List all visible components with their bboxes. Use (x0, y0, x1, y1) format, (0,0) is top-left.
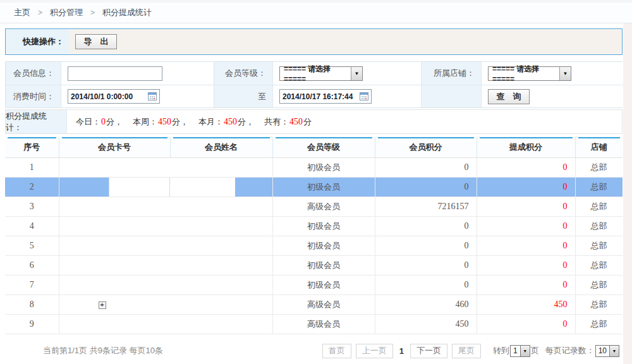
quick-ops-bar: 快捷操作： 导 出 (5, 28, 623, 55)
table-row[interactable]: 2初级会员00总部 (5, 177, 623, 197)
calendar-icon[interactable] (148, 92, 157, 100)
table-row[interactable]: 4初级会员00总部 (5, 216, 623, 236)
stat-month: 本月： 450 分， (198, 116, 254, 128)
stats-items: 今日： 0 分， 本周： 450 分， 本月： 450 分， 共有： 450 (67, 110, 312, 133)
stat-week: 本周： 450 分， (133, 116, 188, 128)
time-from-value: 2014/10/1 0:00:00 (71, 92, 133, 101)
chevron-down-icon[interactable]: ▼ (351, 67, 362, 80)
member-level-label: 会员等级： (214, 62, 272, 85)
next-page-button[interactable]: 下一页 (410, 344, 447, 358)
empty-filter-cell (421, 85, 481, 107)
table-row[interactable]: 9高级会员4500总部 (5, 314, 623, 334)
time-to-input[interactable]: 2014/10/17 16:17:44 (279, 89, 372, 104)
store-select[interactable]: ===== 请选择 ===== ▼ (488, 66, 571, 81)
stat-week-value: 450 (157, 117, 172, 127)
chevron-down-icon[interactable]: ▼ (609, 346, 619, 356)
stat-total-value: 450 (289, 117, 303, 127)
goto-label: 转到 (493, 345, 509, 356)
time-from-input[interactable]: 2014/10/1 0:00:00 (68, 89, 160, 104)
stat-today: 今日： 0 分， (76, 116, 123, 128)
store-cell: ===== 请选择 ===== ▼ (481, 62, 623, 85)
col-serial: 序号 (5, 137, 59, 157)
quick-ops-label: 快捷操作： (6, 29, 69, 54)
breadcrumb-current-page: 积分提成统计 (102, 7, 152, 18)
right-gutter (623, 23, 632, 364)
store-label: 所属店铺： (421, 62, 481, 85)
chevron-down-icon[interactable]: ▼ (520, 346, 530, 356)
first-page-button[interactable]: 首页 (322, 344, 351, 358)
table-row[interactable]: 7初级会员00总部 (5, 275, 623, 294)
breadcrumb-points-management[interactable]: 积分管理 (50, 7, 83, 18)
pagination-controls: 首页 上一页 1 下一页 尾页 转到 1 ▼ 页 每页记录数： 10 ▼ (322, 344, 620, 358)
breadcrumb-home[interactable]: 主页 (14, 7, 30, 18)
col-member-name: 会员姓名 (170, 137, 272, 157)
page-suffix-label: 页 (531, 345, 539, 356)
time-from-cell: 2014/10/1 0:00:00 (61, 85, 214, 107)
prev-page-button[interactable]: 上一页 (356, 344, 393, 358)
goto-page-value: 1 (511, 346, 520, 356)
current-page-number: 1 (398, 346, 406, 356)
breadcrumb-separator: > (90, 8, 95, 17)
main-content: 快捷操作： 导 出 会员信息： 会员等级： ===== 请选择 ===== ▼ … (5, 28, 623, 358)
table-header-row: 序号 会员卡号 会员姓名 会员等级 会员积分 提成积分 店铺 (5, 137, 623, 157)
last-page-button[interactable]: 尾页 (452, 344, 481, 358)
breadcrumb-separator: > (38, 8, 42, 17)
member-level-selected-value: ===== 请选择 ===== (280, 67, 351, 80)
col-member-points: 会员积分 (375, 137, 477, 157)
member-info-label: 会员信息： (6, 62, 61, 85)
search-cell: 查 询 (481, 85, 623, 107)
pagination-summary: 当前第1/1页 共9条记录 每页10条 (43, 345, 163, 356)
to-label: 至 (214, 85, 272, 107)
stat-month-value: 450 (223, 117, 238, 127)
member-info-cell (61, 62, 214, 85)
expand-plus-icon[interactable]: + (99, 301, 106, 309)
time-to-cell: 2014/10/17 16:17:44 (272, 85, 421, 107)
stats-bar: 积分提成统计： 今日： 0 分， 本周： 450 分， 本月： 450 分， (5, 109, 623, 134)
col-store: 店铺 (575, 137, 623, 157)
table-body: 1初级会员00总部2初级会员00总部3高级会员72161570总部4初级会员00… (5, 157, 623, 334)
table-row[interactable]: 6初级会员00总部 (5, 255, 623, 275)
col-member-level: 会员等级 (272, 137, 375, 157)
member-level-select[interactable]: ===== 请选择 ===== ▼ (279, 66, 363, 81)
pagination-bar: 当前第1/1页 共9条记录 每页10条 首页 上一页 1 下一页 尾页 转到 1… (5, 334, 623, 358)
col-card-number: 会员卡号 (59, 137, 170, 157)
stats-label: 积分提成统计： (6, 110, 67, 133)
col-commission-points: 提成积分 (477, 137, 575, 157)
breadcrumb: 主页 > 积分管理 > 积分提成统计 (0, 3, 632, 23)
time-to-value: 2014/10/17 16:17:44 (283, 92, 353, 101)
chevron-down-icon[interactable]: ▼ (559, 67, 571, 80)
store-selected-value: ===== 请选择 ===== (489, 67, 559, 80)
goto-page-select[interactable]: 1 ▼ (510, 345, 530, 357)
calendar-icon[interactable] (360, 92, 368, 100)
table-row[interactable]: 1初级会员00总部 (5, 157, 623, 177)
page-size-label: 每页记录数： (545, 345, 595, 356)
table-row[interactable]: 8+高级会员460450总部 (5, 294, 623, 314)
goto-page-group: 转到 1 ▼ 页 每页记录数： 10 ▼ (493, 345, 620, 357)
page-size-select[interactable]: 10 ▼ (595, 345, 619, 357)
consume-time-label: 消费时间： (6, 85, 61, 107)
points-commission-page: 主页 > 积分管理 > 积分提成统计 快捷操作： 导 出 会员信息： 会员等级：… (0, 0, 632, 364)
stat-total: 共有： 450 分 (264, 116, 312, 128)
member-level-cell: ===== 请选择 ===== ▼ (272, 62, 421, 85)
search-button[interactable]: 查 询 (488, 89, 530, 104)
commission-table: 序号 会员卡号 会员姓名 会员等级 会员积分 提成积分 店铺 1初级会员00总部… (5, 137, 623, 334)
table-row[interactable]: 5初级会员00总部 (5, 236, 623, 255)
page-size-value: 10 (596, 346, 609, 356)
export-button[interactable]: 导 出 (75, 34, 117, 49)
member-info-input[interactable] (68, 66, 162, 81)
filter-form: 会员信息： 会员等级： ===== 请选择 ===== ▼ 所属店铺： ====… (5, 61, 623, 108)
table-row[interactable]: 3高级会员72161570总部 (5, 197, 623, 216)
stat-today-value: 0 (100, 117, 106, 127)
